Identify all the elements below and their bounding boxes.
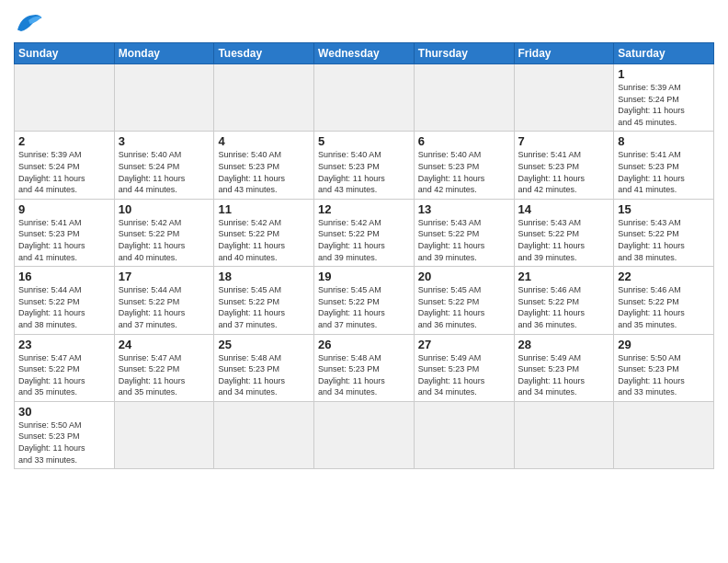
calendar-cell [414,401,514,468]
day-info: Sunrise: 5:39 AM Sunset: 5:24 PM Dayligh… [618,82,710,128]
calendar-cell [114,401,214,468]
calendar-header-tuesday: Tuesday [214,43,314,64]
day-number: 4 [218,134,310,148]
day-info: Sunrise: 5:45 AM Sunset: 5:22 PM Dayligh… [418,284,510,330]
calendar-cell: 22Sunrise: 5:46 AM Sunset: 5:22 PM Dayli… [614,267,714,334]
calendar-week-row: 2Sunrise: 5:39 AM Sunset: 5:24 PM Daylig… [15,132,714,199]
calendar-cell: 13Sunrise: 5:43 AM Sunset: 5:22 PM Dayli… [414,199,514,266]
calendar-header-saturday: Saturday [614,43,714,64]
day-info: Sunrise: 5:50 AM Sunset: 5:23 PM Dayligh… [18,419,110,465]
calendar-header-thursday: Thursday [414,43,514,64]
calendar-cell: 12Sunrise: 5:42 AM Sunset: 5:22 PM Dayli… [314,199,415,266]
calendar-cell [514,64,614,132]
calendar-cell: 7Sunrise: 5:41 AM Sunset: 5:23 PM Daylig… [514,132,614,199]
calendar-table: SundayMondayTuesdayWednesdayThursdayFrid… [14,42,714,469]
calendar-header-row: SundayMondayTuesdayWednesdayThursdayFrid… [15,43,714,64]
calendar-header-wednesday: Wednesday [314,43,415,64]
day-info: Sunrise: 5:44 AM Sunset: 5:22 PM Dayligh… [119,284,210,330]
day-info: Sunrise: 5:39 AM Sunset: 5:24 PM Dayligh… [18,149,110,195]
calendar-cell: 28Sunrise: 5:49 AM Sunset: 5:23 PM Dayli… [514,334,614,401]
calendar-week-row: 30Sunrise: 5:50 AM Sunset: 5:23 PM Dayli… [15,401,714,468]
calendar-cell: 23Sunrise: 5:47 AM Sunset: 5:22 PM Dayli… [15,334,115,401]
day-number: 30 [18,405,110,419]
calendar-cell: 26Sunrise: 5:48 AM Sunset: 5:23 PM Dayli… [314,334,415,401]
calendar-cell: 6Sunrise: 5:40 AM Sunset: 5:23 PM Daylig… [414,132,514,199]
day-number: 1 [618,67,710,81]
calendar-cell [414,64,514,132]
day-number: 18 [218,270,310,283]
day-number: 23 [18,338,110,351]
header [14,9,714,35]
day-number: 9 [18,202,110,216]
calendar-cell: 29Sunrise: 5:50 AM Sunset: 5:23 PM Dayli… [614,334,714,401]
calendar-cell: 8Sunrise: 5:41 AM Sunset: 5:23 PM Daylig… [614,132,714,199]
calendar-cell [114,64,214,132]
day-info: Sunrise: 5:45 AM Sunset: 5:22 PM Dayligh… [318,284,410,330]
calendar-cell [614,401,714,468]
day-info: Sunrise: 5:42 AM Sunset: 5:22 PM Dayligh… [318,217,410,263]
day-number: 6 [418,134,510,148]
calendar-cell: 15Sunrise: 5:43 AM Sunset: 5:22 PM Dayli… [614,199,714,266]
calendar-cell: 18Sunrise: 5:45 AM Sunset: 5:22 PM Dayli… [214,267,314,334]
calendar-cell: 2Sunrise: 5:39 AM Sunset: 5:24 PM Daylig… [15,132,115,199]
calendar-cell: 1Sunrise: 5:39 AM Sunset: 5:24 PM Daylig… [614,64,714,132]
calendar-cell: 11Sunrise: 5:42 AM Sunset: 5:22 PM Dayli… [214,199,314,266]
calendar-header-monday: Monday [114,43,214,64]
day-number: 11 [218,202,310,216]
day-number: 13 [418,202,510,216]
day-number: 20 [418,270,510,283]
day-number: 17 [119,270,210,283]
calendar-cell: 17Sunrise: 5:44 AM Sunset: 5:22 PM Dayli… [114,267,214,334]
day-number: 24 [119,338,210,351]
day-info: Sunrise: 5:41 AM Sunset: 5:23 PM Dayligh… [18,217,110,263]
day-info: Sunrise: 5:41 AM Sunset: 5:23 PM Dayligh… [618,149,710,195]
calendar-cell: 20Sunrise: 5:45 AM Sunset: 5:22 PM Dayli… [414,267,514,334]
day-number: 19 [318,270,410,283]
logo-icon [14,9,43,35]
calendar-cell: 25Sunrise: 5:48 AM Sunset: 5:23 PM Dayli… [214,334,314,401]
calendar-cell [314,64,415,132]
day-info: Sunrise: 5:44 AM Sunset: 5:22 PM Dayligh… [18,284,110,330]
day-number: 2 [18,134,110,148]
day-number: 22 [618,270,710,283]
day-number: 26 [318,338,410,351]
calendar-cell: 4Sunrise: 5:40 AM Sunset: 5:23 PM Daylig… [214,132,314,199]
calendar-cell: 19Sunrise: 5:45 AM Sunset: 5:22 PM Dayli… [314,267,415,334]
day-info: Sunrise: 5:47 AM Sunset: 5:22 PM Dayligh… [119,352,210,398]
day-info: Sunrise: 5:40 AM Sunset: 5:23 PM Dayligh… [318,149,410,195]
calendar-week-row: 16Sunrise: 5:44 AM Sunset: 5:22 PM Dayli… [15,267,714,334]
calendar-header-friday: Friday [514,43,614,64]
calendar-cell: 21Sunrise: 5:46 AM Sunset: 5:22 PM Dayli… [514,267,614,334]
day-info: Sunrise: 5:43 AM Sunset: 5:22 PM Dayligh… [518,217,610,263]
day-number: 10 [119,202,210,216]
calendar-cell [214,64,314,132]
calendar-cell: 27Sunrise: 5:49 AM Sunset: 5:23 PM Dayli… [414,334,514,401]
day-number: 12 [318,202,410,216]
day-info: Sunrise: 5:40 AM Sunset: 5:23 PM Dayligh… [218,149,310,195]
calendar-cell: 3Sunrise: 5:40 AM Sunset: 5:24 PM Daylig… [114,132,214,199]
calendar-cell [214,401,314,468]
calendar-cell: 5Sunrise: 5:40 AM Sunset: 5:23 PM Daylig… [314,132,415,199]
calendar-cell: 14Sunrise: 5:43 AM Sunset: 5:22 PM Dayli… [514,199,614,266]
day-number: 15 [618,202,710,216]
day-number: 28 [518,338,610,351]
calendar-cell [314,401,415,468]
day-number: 16 [18,270,110,283]
calendar-cell: 9Sunrise: 5:41 AM Sunset: 5:23 PM Daylig… [15,199,115,266]
day-info: Sunrise: 5:46 AM Sunset: 5:22 PM Dayligh… [518,284,610,330]
day-info: Sunrise: 5:48 AM Sunset: 5:23 PM Dayligh… [318,352,410,398]
day-info: Sunrise: 5:46 AM Sunset: 5:22 PM Dayligh… [618,284,710,330]
day-info: Sunrise: 5:47 AM Sunset: 5:22 PM Dayligh… [18,352,110,398]
day-info: Sunrise: 5:49 AM Sunset: 5:23 PM Dayligh… [518,352,610,398]
day-number: 8 [618,134,710,148]
day-number: 25 [218,338,310,351]
calendar-header-sunday: Sunday [15,43,115,64]
calendar-cell [514,401,614,468]
calendar-cell: 24Sunrise: 5:47 AM Sunset: 5:22 PM Dayli… [114,334,214,401]
calendar-week-row: 23Sunrise: 5:47 AM Sunset: 5:22 PM Dayli… [15,334,714,401]
day-number: 21 [518,270,610,283]
calendar-cell: 30Sunrise: 5:50 AM Sunset: 5:23 PM Dayli… [15,401,115,468]
day-info: Sunrise: 5:40 AM Sunset: 5:24 PM Dayligh… [119,149,210,195]
calendar-page: SundayMondayTuesdayWednesdayThursdayFrid… [0,0,728,563]
day-number: 5 [318,134,410,148]
